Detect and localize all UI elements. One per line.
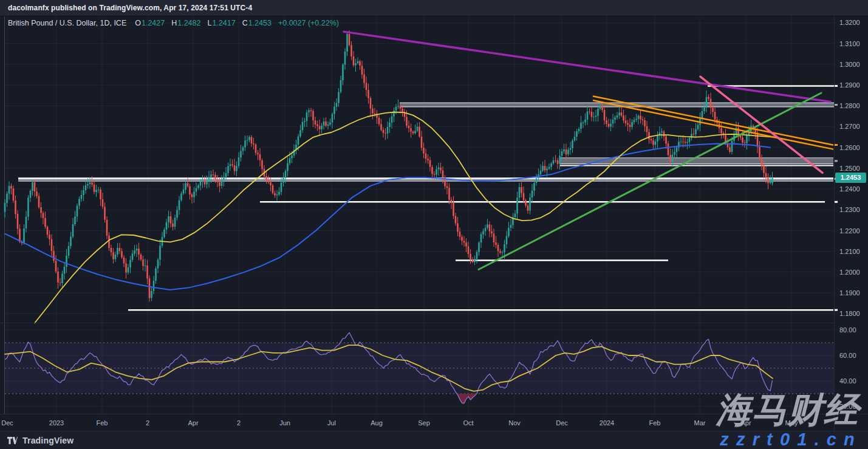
symbol-title[interactable]: British Pound / U.S. Dollar, 1D, ICE: [8, 19, 126, 27]
time-axis-label: Dec: [1, 419, 13, 427]
price-axis-label: 1.3000: [839, 60, 860, 69]
tradingview-published-chart: dacolmanfx published on TradingView.com,…: [0, 0, 868, 449]
price-axis-label: 1.1800: [839, 309, 860, 318]
open-label: O: [135, 19, 141, 27]
rsi-axis-label: 60.00: [839, 351, 856, 360]
time-axis-label: Aug: [371, 419, 383, 427]
price-axis-label: 1.2700: [839, 122, 860, 131]
chart-canvas[interactable]: [0, 0, 868, 449]
price-axis-label: 1.2100: [839, 247, 860, 256]
time-axis-label: Feb: [649, 419, 661, 427]
rsi-axis-label: 40.00: [839, 377, 856, 385]
price-axis-label: 1.2900: [839, 81, 860, 89]
low-value: 1.2417: [212, 19, 235, 27]
time-axis-label: Jun: [279, 419, 290, 427]
high-value: 1.2482: [177, 19, 200, 27]
time-axis-label: Oct: [463, 419, 473, 427]
publish-bar: dacolmanfx published on TradingView.com,…: [0, 0, 868, 16]
price-axis-label: 1.2000: [839, 268, 860, 276]
last-price-badge: 1.2453: [835, 173, 866, 183]
time-axis-label: 2: [146, 419, 149, 427]
price-axis-label: 1.2200: [839, 227, 860, 235]
tradingview-brand[interactable]: TradingView: [22, 436, 73, 445]
open-value: 1.2427: [142, 19, 165, 27]
price-axis-label: 1.1900: [839, 289, 860, 297]
time-axis-label: Apr: [188, 419, 198, 427]
time-axis-label: Mar: [694, 419, 706, 427]
time-axis-label: 2: [237, 419, 241, 427]
price-axis-label: 1.3100: [839, 39, 860, 48]
watermark-cjk: 海马财经: [716, 392, 859, 427]
close-label: C: [242, 19, 248, 27]
time-axis-label: Nov: [508, 419, 521, 427]
low-label: L: [207, 19, 211, 27]
high-label: H: [171, 19, 177, 27]
rsi-axis-label: 80.00: [839, 326, 856, 334]
price-axis-label: 1.2300: [839, 205, 860, 214]
symbol-legend: British Pound / U.S. Dollar, 1D, ICEO1.2…: [8, 19, 339, 27]
time-axis-label: 2024: [600, 419, 614, 427]
tradingview-logo-icon[interactable]: [7, 436, 18, 445]
change-value: +0.0027 (+0.22%): [278, 19, 339, 27]
price-axis-label: 1.3200: [839, 18, 860, 27]
price-axis-label: 1.2800: [839, 101, 860, 110]
time-axis-label: Feb: [97, 419, 108, 427]
price-axis-label: 1.2500: [839, 164, 860, 173]
time-axis-label: Sep: [418, 419, 430, 427]
time-axis-label: 2023: [49, 419, 64, 427]
watermark-url: zzrt01.cn: [720, 431, 862, 448]
price-axis-label: 1.2600: [839, 143, 860, 152]
publish-text: dacolmanfx published on TradingView.com,…: [8, 4, 252, 12]
price-axis-label: 1.2400: [839, 185, 860, 193]
time-axis-label: Jul: [327, 419, 336, 427]
close-value: 1.2453: [248, 19, 272, 27]
time-axis-label: Dec: [556, 419, 568, 427]
